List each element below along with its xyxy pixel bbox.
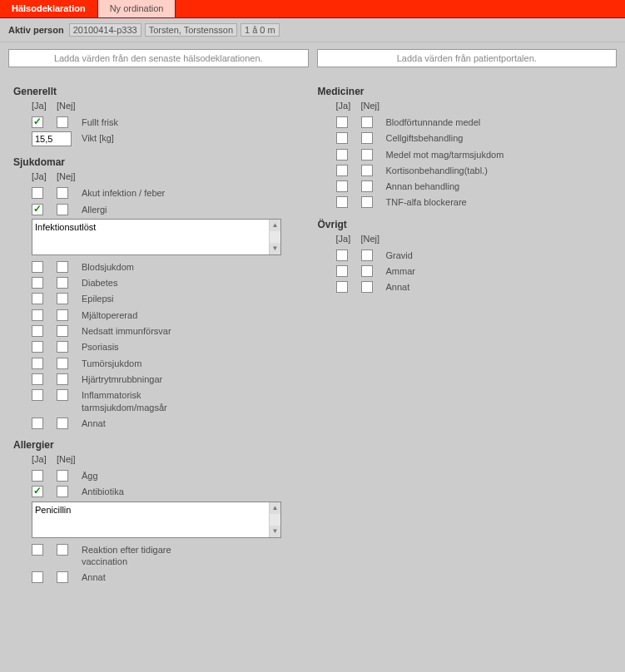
label: Epilepsi xyxy=(82,292,114,304)
allergi-details-textarea: ▲ ▼ xyxy=(32,219,281,255)
row-tnf-alfa: TNF-alfa blockerare xyxy=(318,194,613,210)
scroll-down-icon[interactable]: ▼ xyxy=(270,243,280,254)
row-gravid: Gravid xyxy=(318,247,613,263)
checkbox-nej[interactable] xyxy=(361,196,373,208)
checkbox-ja[interactable] xyxy=(32,309,43,321)
checkbox-nej[interactable] xyxy=(361,281,373,293)
checkbox-nej[interactable] xyxy=(361,116,373,128)
label: Annat xyxy=(82,417,106,429)
checkbox-nej[interactable] xyxy=(57,187,68,199)
checkbox-nej[interactable] xyxy=(57,309,68,321)
label: Blodförtunnande medel xyxy=(386,116,481,128)
row-mjaltopererad: Mjältopererad xyxy=(13,307,308,323)
scroll-up-icon[interactable]: ▲ xyxy=(270,502,280,514)
checkbox-nej[interactable] xyxy=(57,277,68,289)
checkbox-ja[interactable] xyxy=(32,544,43,556)
checkbox-ja[interactable] xyxy=(336,180,348,192)
checkbox-ja[interactable] xyxy=(32,187,43,199)
header-nej: [Nej] xyxy=(361,101,386,111)
checkbox-ja[interactable] xyxy=(336,250,348,261)
checkbox-ja[interactable] xyxy=(32,470,43,482)
label: Tumörsjukdom xyxy=(82,357,141,369)
antibiotika-textarea[interactable] xyxy=(32,502,269,537)
header-nej: [Nej] xyxy=(57,454,82,464)
row-reaktion-vaccination: Reaktion efter tidigare vaccination xyxy=(13,541,308,570)
checkbox-nej[interactable] xyxy=(57,470,68,482)
checkbox-ja[interactable] xyxy=(336,165,348,176)
checkbox-nej[interactable] xyxy=(361,165,373,176)
allergi-textarea[interactable] xyxy=(32,220,269,254)
checkbox-ja[interactable] xyxy=(32,571,43,583)
checkbox-ja[interactable] xyxy=(32,358,43,369)
checkbox-ja[interactable] xyxy=(336,196,348,208)
checkbox-nej[interactable] xyxy=(361,265,373,277)
load-previous-button[interactable]: Ladda värden från den senaste hälsodekla… xyxy=(8,49,309,67)
label: Hjärtrytmrubbningar xyxy=(82,373,162,385)
row-diabetes: Diabetes xyxy=(13,274,308,290)
row-ammar: Ammar xyxy=(318,263,613,279)
checkbox-ja[interactable] xyxy=(32,325,43,337)
checkbox-ja-fullt-frisk[interactable] xyxy=(32,116,43,128)
checkbox-nej[interactable] xyxy=(57,341,68,353)
checkbox-nej[interactable] xyxy=(57,544,68,556)
header-nej: [Nej] xyxy=(57,101,82,111)
checkbox-nej[interactable] xyxy=(57,418,68,429)
row-inflammatorisk-tarm: Inflammatorisk tarmsjukdom/magsår xyxy=(13,387,308,415)
row-hjartrytmrubbningar: Hjärtrytmrubbningar xyxy=(13,371,308,387)
load-portal-button[interactable]: Ladda värden från patientportalen. xyxy=(317,49,618,67)
scroll-down-icon[interactable]: ▼ xyxy=(270,526,280,537)
checkbox-ja[interactable] xyxy=(32,277,43,289)
checkbox-nej[interactable] xyxy=(57,325,68,337)
column-headers: [Ja] [Nej] xyxy=(13,170,308,185)
row-akut-infektion: Akut infektion / feber xyxy=(13,185,308,200)
section-title-mediciner: Mediciner xyxy=(318,86,613,97)
checkbox-nej[interactable] xyxy=(57,571,68,583)
checkbox-nej-allergi[interactable] xyxy=(57,204,68,215)
tab-ny-ordination[interactable]: Ny ordination xyxy=(98,0,176,17)
header-nej: [Nej] xyxy=(57,171,82,181)
vikt-input[interactable] xyxy=(32,131,72,146)
checkbox-nej[interactable] xyxy=(57,389,68,401)
checkbox-nej[interactable] xyxy=(57,373,68,385)
checkbox-ja[interactable] xyxy=(336,149,348,161)
section-title-sjukdomar: Sjukdomar xyxy=(13,156,308,168)
checkbox-ja[interactable] xyxy=(336,132,348,144)
header-ja: [Ja] xyxy=(336,234,361,244)
checkbox-ja[interactable] xyxy=(336,281,348,293)
checkbox-ja[interactable] xyxy=(32,293,43,304)
checkbox-ja[interactable] xyxy=(32,373,43,385)
row-annat-allergi: Annat xyxy=(13,569,308,585)
checkbox-ja-antibiotika[interactable] xyxy=(32,486,43,497)
row-blodsjukdom: Blodsjukdom xyxy=(13,259,308,274)
checkbox-nej[interactable] xyxy=(361,132,373,144)
tab-halsodeklaration[interactable]: Hälsodeklaration xyxy=(0,0,98,17)
row-psoriasis: Psoriasis xyxy=(13,338,308,354)
checkbox-ja[interactable] xyxy=(32,389,43,401)
column-headers: [Ja] [Nej] xyxy=(13,99,308,114)
checkbox-nej-antibiotika[interactable] xyxy=(57,486,68,497)
label: TNF-alfa blockerare xyxy=(386,195,467,208)
header-ja: [Ja] xyxy=(32,101,57,111)
checkbox-ja[interactable] xyxy=(336,116,348,128)
checkbox-nej[interactable] xyxy=(361,250,373,261)
label: Gravid xyxy=(386,249,413,261)
checkbox-nej[interactable] xyxy=(57,293,68,304)
row-annat-sjukdom: Annat xyxy=(13,415,308,431)
checkbox-nej-fullt-frisk[interactable] xyxy=(57,116,68,128)
checkbox-ja[interactable] xyxy=(336,265,348,277)
row-agg: Ägg xyxy=(13,467,308,483)
checkbox-ja-allergi[interactable] xyxy=(32,204,43,215)
scroll-up-icon[interactable]: ▲ xyxy=(270,220,280,231)
row-fullt-frisk: Fullt frisk xyxy=(13,114,308,130)
row-annan-behandling: Annan behandling xyxy=(318,178,613,194)
checkbox-ja[interactable] xyxy=(32,261,43,273)
checkbox-nej[interactable] xyxy=(57,261,68,273)
checkbox-nej[interactable] xyxy=(361,149,373,161)
checkbox-nej[interactable] xyxy=(57,358,68,369)
checkbox-nej[interactable] xyxy=(361,180,373,192)
active-person-label: Aktiv person xyxy=(8,25,64,35)
label: Allergi xyxy=(82,203,107,215)
label: Diabetes xyxy=(82,276,117,289)
checkbox-ja[interactable] xyxy=(32,418,43,429)
checkbox-ja[interactable] xyxy=(32,341,43,353)
